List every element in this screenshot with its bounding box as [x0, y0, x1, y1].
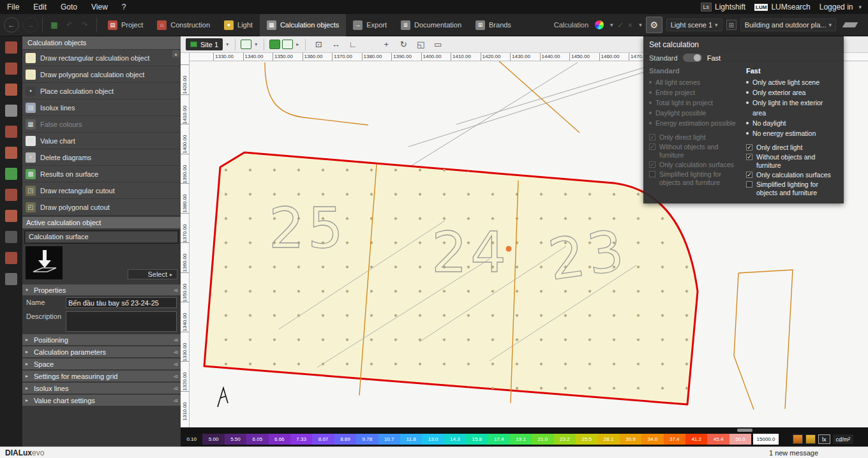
checkbox-row[interactable]: Simplified lighting for objects and furn… [746, 181, 838, 197]
scale-icon[interactable]: ◱ [413, 38, 428, 51]
mode-tab[interactable]: ● Light [217, 14, 260, 36]
save-icon[interactable]: ▦ [49, 19, 60, 31]
checkbox-row[interactable]: Without objects and furniture [649, 143, 741, 159]
tool-mode-button[interactable] [1, 80, 21, 100]
tool-mode-button[interactable] [1, 38, 21, 57]
checkbox-row[interactable]: Only direct light [649, 133, 741, 142]
chevron-down-icon[interactable]: ▾ [225, 41, 230, 47]
display-mode-icon[interactable] [269, 40, 280, 49]
display-style-swatch-2-icon[interactable] [805, 434, 816, 444]
tool-list-item[interactable]: ▦ False colours [22, 116, 181, 132]
back-button[interactable]: ← [4, 17, 19, 33]
zoom-region-icon[interactable]: ⊡ [311, 38, 326, 51]
section-header[interactable]: ▸ Calculation parameters -≡ [22, 346, 181, 357]
tool-mode-button[interactable] [1, 269, 21, 289]
checkbox-row[interactable]: Only calculation surfaces [746, 171, 838, 179]
tool-mode-button[interactable] [1, 164, 21, 184]
view-mode-icon[interactable] [241, 40, 251, 49]
lux-unit-button[interactable]: lx [818, 434, 830, 444]
calculation-mode-icon[interactable] [595, 20, 604, 29]
building-selector[interactable]: Building and outdoor pla... ▾ [740, 18, 836, 31]
measure-width-icon[interactable]: ↔ [328, 38, 343, 51]
calculation-surface-item[interactable]: Calculation surface [26, 232, 177, 242]
site-selector-button[interactable]: Site 1 [186, 38, 223, 50]
tool-list-item[interactable]: ▭ Draw rectangular calculation object [22, 50, 181, 66]
fast-toggle-label[interactable]: Fast [707, 54, 721, 62]
menu-item[interactable]: View [84, 0, 115, 14]
display-style-swatch-icon[interactable] [793, 434, 803, 444]
tool-mode-button[interactable] [1, 59, 21, 78]
tool-mode-button[interactable] [1, 101, 21, 121]
pin-icon[interactable]: -≡ [174, 337, 177, 343]
start-calculation-icon[interactable]: ✓ [617, 20, 624, 30]
cancel-calculation-icon[interactable]: × [628, 20, 633, 30]
tool-list-item[interactable]: • Place calculation object [22, 83, 181, 99]
tool-list-item[interactable]: ⊞ Value chart [22, 133, 181, 149]
chevron-down-icon[interactable]: ▾ [253, 41, 258, 47]
pin-icon[interactable]: -≡ [174, 397, 177, 404]
tool-mode-button[interactable] [1, 248, 21, 268]
menu-item[interactable]: Goto [54, 0, 84, 14]
select-button[interactable]: Select ▸ [128, 269, 177, 279]
undo-icon[interactable]: ↶ [64, 19, 75, 31]
mode-tab[interactable]: → Export [346, 14, 394, 36]
tool-mode-button[interactable] [1, 122, 21, 142]
pin-icon[interactable]: -≡ [174, 361, 177, 367]
tool-list-item[interactable]: × Delete diagrams [22, 149, 181, 165]
standard-toggle-label[interactable]: Standard [649, 54, 678, 62]
pin-icon[interactable]: -≡ [174, 287, 177, 293]
tool-list-item[interactable]: ▨ Isolux lines [22, 100, 181, 115]
description-field[interactable] [66, 311, 177, 332]
checkbox-row[interactable]: Only calculation surfaces [649, 161, 741, 169]
scale-slider-handle[interactable] [737, 429, 752, 432]
tool-list-item[interactable]: ◳ Draw rectangular cutout [22, 182, 181, 198]
display-mode-2-icon[interactable] [282, 40, 293, 49]
rotate-icon[interactable]: ↻ [396, 38, 411, 51]
section-header[interactable]: ▸ Isolux lines -≡ [22, 383, 181, 394]
forward-button[interactable]: → [23, 17, 38, 33]
standard-fast-toggle[interactable] [683, 54, 702, 62]
chevron-right-icon[interactable]: ▸ [295, 41, 300, 47]
move-icon[interactable]: + [378, 38, 394, 51]
logged-in-menu[interactable]: Logged in ▾ [819, 3, 862, 11]
mode-tab[interactable]: ▦ Calculation objects [260, 14, 346, 36]
tool-list-item[interactable]: ◰ Draw polygonal cutout [22, 199, 181, 215]
scale-slider-track[interactable] [181, 428, 868, 432]
measure-angle-icon[interactable]: ∟ [345, 38, 361, 51]
menu-item[interactable]: Edit [26, 0, 54, 14]
section-header[interactable]: ▸ Space -≡ [22, 358, 181, 369]
light-scene-selector[interactable]: Light scene 1 ▾ [666, 18, 722, 31]
pin-icon[interactable]: -≡ [174, 385, 177, 392]
set-calculation-button[interactable]: ⚙ [646, 17, 662, 33]
section-header[interactable]: ▸ Positioning -≡ [22, 334, 181, 345]
mode-tab[interactable]: ⊞ Brands [468, 14, 518, 36]
mode-tab[interactable]: ⌂ Construction [150, 14, 217, 36]
redo-icon[interactable]: ↷ [79, 19, 91, 31]
tool-mode-button[interactable] [1, 206, 21, 226]
new-message-link[interactable]: 1 new message [769, 449, 868, 457]
checkbox-row[interactable]: Simplified lighting for objects and furn… [649, 170, 741, 187]
lumsearch-button[interactable]: LUM LUMsearch [754, 3, 811, 11]
tool-list-item[interactable]: ◇ Draw polygonal calculation object [22, 66, 181, 82]
checkbox-row[interactable]: Only direct light [746, 144, 838, 152]
lightshift-button[interactable]: Ls Lightshift [701, 3, 746, 11]
menu-item[interactable]: File [0, 0, 26, 14]
rectangle-select-icon[interactable]: ▭ [430, 38, 445, 51]
scroll-up-button[interactable]: ▴ [172, 50, 179, 57]
chevron-down-icon[interactable]: ▾ [610, 22, 613, 28]
eraser-icon[interactable] [842, 22, 858, 27]
section-header[interactable]: ▸ Value chart settings -≡ [22, 395, 181, 406]
checkbox-row[interactable]: Without objects and furniture [746, 153, 838, 170]
properties-header[interactable]: ▾ Properties -≡ [22, 284, 181, 295]
tool-mode-button[interactable] [1, 143, 21, 163]
luminaire-point[interactable] [506, 246, 512, 252]
pin-icon[interactable]: -≡ [174, 373, 177, 380]
menu-item[interactable]: ? [115, 0, 133, 14]
mode-tab[interactable]: ≣ Documentation [394, 14, 468, 36]
section-header[interactable]: ▸ Settings for measuring grid -≡ [22, 371, 181, 381]
scale-max-value[interactable]: 15000.0 [753, 434, 779, 445]
luminance-unit-button[interactable]: cd/m² [833, 434, 854, 444]
pin-icon[interactable]: -≡ [174, 349, 177, 355]
tool-list-item[interactable]: ▩ Results on surface [22, 166, 181, 182]
chevron-down-icon[interactable]: ▾ [639, 22, 642, 28]
